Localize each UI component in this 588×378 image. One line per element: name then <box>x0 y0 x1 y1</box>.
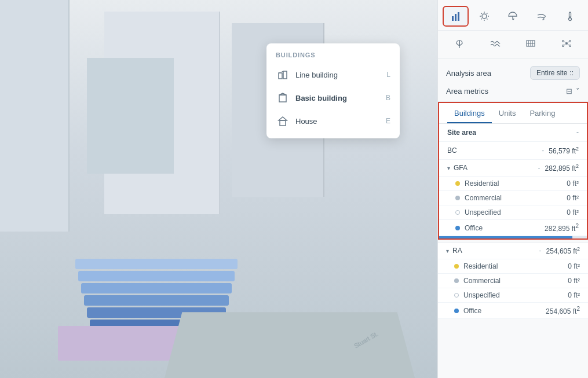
bc-dash: - <box>542 146 544 155</box>
site-area-row: Site area - <box>439 124 587 142</box>
gfa-unspecified-label: Unspecified <box>465 208 567 216</box>
panel-icon-bar-row1 <box>438 0 588 31</box>
tab-parking[interactable]: Parking <box>523 103 562 123</box>
house-label: House <box>295 117 380 126</box>
right-panel: Analysis area Entire site :: Area metric… <box>437 0 588 378</box>
gfa-value: 282,895 ft2 <box>545 163 579 173</box>
gfa-residential-value: 0 ft² <box>567 179 579 188</box>
entire-site-icon: :: <box>569 69 574 77</box>
tabs-bar: Buildings Units Parking <box>439 103 587 124</box>
commercial-dot <box>455 196 460 200</box>
gfa-residential-row: Residential 0 ft² <box>439 177 587 191</box>
basic-building-label: Basic building <box>295 94 380 102</box>
umbrella-icon-btn[interactable] <box>500 6 526 27</box>
sun-icon-btn[interactable] <box>471 6 497 27</box>
ra-residential-row: Residential 0 ft² <box>438 259 588 274</box>
ra-office-dot <box>454 309 459 313</box>
ra-chevron-icon: ▾ <box>446 248 449 254</box>
wave-icon-btn[interactable] <box>479 33 512 54</box>
gfa-office-row: Office 282,895 ft2 <box>439 220 587 236</box>
gfa-row: ▾ GFA - 282,895 ft2 <box>439 160 587 177</box>
popup-item-line-building[interactable]: Line building L <box>266 63 400 86</box>
gfa-unspecified-row: Unspecified 0 ft² <box>439 205 587 220</box>
plant-icon-btn[interactable] <box>443 33 476 54</box>
ra-residential-value: 0 ft² <box>568 262 580 270</box>
network-icon-btn[interactable] <box>550 33 583 54</box>
entire-site-button[interactable]: Entire site :: <box>530 66 580 80</box>
ra-unspecified-row: Unspecified 0 ft² <box>438 288 588 303</box>
svg-rect-5 <box>280 120 286 126</box>
svg-line-33 <box>487 13 488 14</box>
ra-unspecified-label: Unspecified <box>463 291 568 299</box>
gfa-commercial-value: 0 ft² <box>567 194 579 202</box>
gfa-unspecified-value: 0 ft² <box>567 208 579 216</box>
site-area-dash: - <box>576 129 579 137</box>
gfa-residential-label: Residential <box>465 179 567 188</box>
svg-rect-25 <box>458 12 459 21</box>
svg-rect-1 <box>283 71 287 79</box>
svg-point-46 <box>569 41 571 42</box>
area-metrics-controls[interactable]: ⊟ ˅ <box>566 87 580 96</box>
progress-bar <box>439 236 587 238</box>
metrics-section: Buildings Units Parking Site area - BC -… <box>438 102 588 240</box>
svg-marker-6 <box>279 117 287 120</box>
tab-buildings[interactable]: Buildings <box>447 103 492 123</box>
ra-commercial-label: Commercial <box>463 277 568 285</box>
ra-office-label: Office <box>463 307 546 315</box>
ra-residential-label: Residential <box>463 262 568 270</box>
area-metrics-row: Area metrics ⊟ ˅ <box>438 85 588 102</box>
gfa-commercial-label: Commercial <box>465 194 567 202</box>
svg-rect-3 <box>279 95 286 102</box>
tab-units[interactable]: Units <box>492 103 523 123</box>
svg-line-52 <box>568 44 569 46</box>
office-dot <box>455 226 460 230</box>
panel-icon-bar-row2 <box>438 31 588 59</box>
gfa-label: GFA <box>454 164 534 172</box>
unspecified-dot <box>455 210 460 215</box>
line-building-label: Line building <box>295 71 381 79</box>
popup-section-label: BUILDINGS <box>266 52 400 63</box>
ra-residential-dot <box>454 264 459 269</box>
ra-commercial-row: Commercial 0 ft² <box>438 274 588 288</box>
metrics-table: Site area - BC - 56,579 ft2 ▾ GFA - 282,… <box>439 124 587 236</box>
scene-building-mid <box>87 58 174 174</box>
ra-commercial-value: 0 ft² <box>568 277 580 285</box>
svg-point-26 <box>482 14 487 19</box>
svg-rect-23 <box>452 16 454 21</box>
thermometer-icon-btn[interactable] <box>557 6 583 27</box>
svg-rect-0 <box>279 73 282 79</box>
lower-metrics-section: ▾ RA - 254,605 ft2 Residential 0 ft² Com… <box>438 242 588 319</box>
popup-item-basic-building[interactable]: Basic building B <box>266 86 400 109</box>
ra-unspecified-value: 0 ft² <box>568 291 580 299</box>
house-shortcut: E <box>386 117 390 125</box>
ra-value: 254,605 ft2 <box>546 246 580 255</box>
gfa-dash: - <box>538 164 540 172</box>
wind-icon-btn[interactable] <box>528 6 554 27</box>
bc-label: BC <box>447 146 537 155</box>
ra-commercial-dot <box>454 278 459 283</box>
buildings-popup: BUILDINGS Line building L Basic building… <box>266 43 400 138</box>
site-area-label: Site area <box>447 129 576 137</box>
analysis-area-row: Analysis area Entire site :: <box>438 59 588 85</box>
svg-marker-4 <box>279 93 286 95</box>
svg-line-50 <box>568 42 569 43</box>
basic-building-icon <box>276 91 290 105</box>
line-building-icon <box>276 68 290 82</box>
solar-panel-icon-btn[interactable] <box>514 33 548 54</box>
basic-building-shortcut: B <box>386 94 390 102</box>
line-building-shortcut: L <box>386 71 390 79</box>
ra-unspecified-dot <box>454 293 459 298</box>
metrics-chevron: ˅ <box>576 87 580 96</box>
ra-dash: - <box>539 247 542 255</box>
svg-rect-24 <box>455 14 456 21</box>
analytics-icon-btn[interactable] <box>443 6 469 27</box>
gfa-office-value: 282,895 ft2 <box>545 223 579 233</box>
progress-bar-fill <box>439 236 572 238</box>
ra-label: RA <box>452 247 535 255</box>
svg-point-45 <box>563 41 564 42</box>
ra-office-row: Office 254,605 ft2 <box>438 303 588 319</box>
popup-item-house[interactable]: House E <box>266 109 400 133</box>
svg-line-49 <box>564 42 566 43</box>
area-metrics-label: Area metrics <box>446 87 488 96</box>
svg-line-34 <box>481 19 483 20</box>
